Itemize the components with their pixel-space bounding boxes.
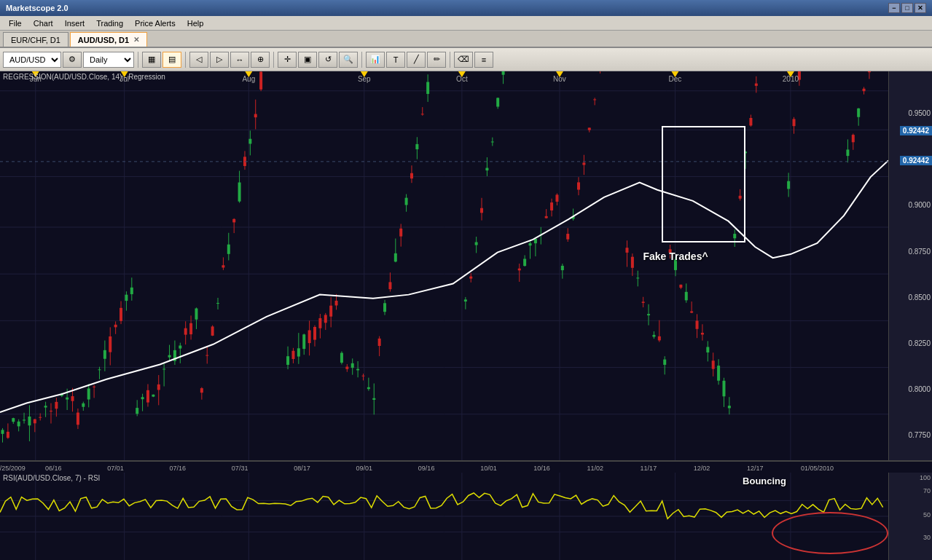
zoom-button[interactable]: 🔍 [339, 52, 358, 68]
price-label: 0.9500 [908, 109, 931, 117]
app-title: Marketscope 2.0 [6, 4, 68, 12]
tab-close-icon[interactable]: ✕ [133, 36, 139, 44]
price-label: 0.9000 [908, 201, 931, 209]
titlebar: Marketscope 2.0 − □ ✕ [0, 0, 932, 16]
main-chart[interactable]: REGRESSION(AUD/USD.Close, 14) - Regressi… [0, 71, 932, 461]
menu-trading[interactable]: Trading [90, 17, 129, 29]
toolbar-separator-5 [450, 52, 450, 68]
price-label: 0.8500 [908, 293, 931, 301]
bouncing-label: Bouncing [743, 476, 786, 486]
zoom-in-button[interactable]: ↔ [230, 52, 249, 68]
pair-settings-button[interactable]: ⚙ [63, 52, 82, 68]
tabbar: EUR/CHF, D1 AUD/USD, D1 ✕ [0, 31, 932, 48]
chart-container: REGRESSION(AUD/USD.Close, 14) - Regressi… [0, 71, 932, 560]
toolbar: AUD/USD ⚙ Daily ▦ ▤ ◁ ▷ ↔ ⊕ ✛ ▣ ↺ 🔍 📊 T … [0, 48, 932, 71]
current-price-value: 0.92442 [903, 127, 929, 135]
titlebar-controls: − □ ✕ [888, 3, 926, 13]
rsi-level-label: 70 [923, 487, 931, 494]
tab-eurchf[interactable]: EUR/CHF, D1 [3, 32, 68, 47]
menu-insert[interactable]: Insert [59, 17, 91, 29]
line-tool-button[interactable]: ╱ [407, 52, 426, 68]
menu-help[interactable]: Help [181, 17, 210, 29]
tab-audusd[interactable]: AUD/USD, D1 ✕ [70, 32, 147, 47]
crosshair-button[interactable]: ✛ [278, 52, 297, 68]
date-axis-canvas [0, 462, 888, 473]
date-axis-main [0, 461, 932, 473]
toolbar-separator-4 [361, 52, 362, 68]
toolbar-separator-3 [273, 52, 274, 68]
toolbar-separator-1 [138, 52, 138, 68]
tab-audusd-label: AUD/USD, D1 [78, 36, 129, 44]
eraser-button[interactable]: ⌫ [454, 52, 473, 68]
zoom-select-button[interactable]: ⊕ [251, 52, 270, 68]
menubar: File Chart Insert Trading Price Alerts H… [0, 16, 932, 31]
price-label: 0.8000 [908, 385, 931, 393]
main-chart-canvas [0, 71, 888, 461]
rsi-level-label: 100 [920, 474, 931, 481]
scroll-left-button[interactable]: ◁ [189, 52, 208, 68]
toolbar-separator-2 [185, 52, 186, 68]
price-label: 0.8750 [908, 248, 931, 256]
scroll-right-button[interactable]: ▷ [210, 52, 229, 68]
rsi-level-label: 50 [923, 511, 931, 518]
current-price-label: 0.92442 [900, 126, 932, 135]
text-tool-button[interactable]: T [386, 52, 405, 68]
menu-pricealerts[interactable]: Price Alerts [129, 17, 181, 29]
close-button[interactable]: ✕ [915, 3, 926, 13]
chart-type-bar[interactable]: ▦ [142, 52, 161, 68]
price-label: 0.7750 [908, 431, 931, 439]
minimize-button[interactable]: − [888, 3, 900, 13]
current-price-badge: 0.92442 [900, 156, 932, 165]
maximize-button[interactable]: □ [901, 3, 913, 13]
price-label: 0.8250 [908, 339, 931, 347]
chart-type-candle[interactable]: ▤ [162, 52, 181, 68]
rsi-level-label: 30 [923, 534, 931, 541]
refresh-button[interactable]: ↺ [318, 52, 337, 68]
menu-file[interactable]: File [3, 17, 28, 29]
fake-trades-label: Fake Trades^ [643, 251, 708, 262]
rsi-price-axis: 100705030 [888, 473, 932, 560]
draw-tool-button[interactable]: ✏ [427, 52, 446, 68]
chart-props-button[interactable]: ▣ [298, 52, 317, 68]
tab-eurchf-label: EUR/CHF, D1 [11, 36, 60, 44]
menu-chart[interactable]: Chart [28, 17, 59, 29]
pair-selector[interactable]: AUD/USD [3, 52, 61, 68]
timeframe-selector[interactable]: Daily [83, 52, 134, 68]
rsi-chart[interactable]: RSI(AUD/USD.Close, 7) - RSI Bouncing 100… [0, 473, 932, 560]
chart-view-button[interactable]: 📊 [366, 52, 385, 68]
indicators-button[interactable]: ≡ [474, 52, 493, 68]
regression-indicator-label: REGRESSION(AUD/USD.Close, 14) - Regressi… [3, 73, 165, 81]
rsi-indicator-label: RSI(AUD/USD.Close, 7) - RSI [3, 474, 100, 482]
